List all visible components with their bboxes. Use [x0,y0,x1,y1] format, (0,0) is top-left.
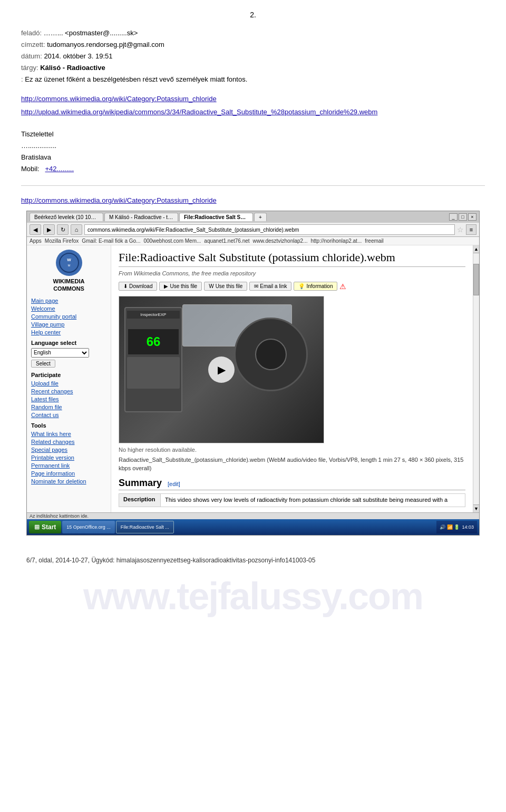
email-body: http://commons.wikimedia.org/wiki/Catego… [21,94,485,118]
link2[interactable]: http://upload.wikimedia.org/wikipedia/co… [21,107,485,118]
use-this-file-2-button[interactable]: W Use this file [204,282,247,291]
scrollbar-thumb[interactable] [473,264,479,295]
tray-icons: 🔊 📶 🔋 [440,524,460,530]
inner-circle [255,339,287,370]
wiki-logo-text: WIKIMEDIA COMMONS [53,278,85,292]
browser-tab-3[interactable]: File:Radioactive Salt Substit... × [179,213,253,221]
sidebar-item-main-page[interactable]: Main page [31,298,106,304]
sidebar-item-related-changes[interactable]: Related changes [31,439,106,445]
summary-title: Summary [edit] [119,478,465,490]
sig-name: Bratislava [21,152,485,163]
browser-status-bar: Az indításhoz kattintson ide. [27,512,479,519]
bookmark-desztviz[interactable]: www.desztvizhonlap2... [253,238,308,244]
wiki-page-title: File:Radioactive Salt Substitute (potass… [119,251,465,267]
description-box: Description This video shows very low le… [119,493,465,507]
greeting: Tisztelettel [21,128,485,140]
description-value: This video shows very low levels of radi… [161,493,465,507]
link3-label[interactable]: http://commons.wikimedia.org/wiki/Catego… [21,196,485,204]
date-label: dátum: [21,52,42,60]
menu-button[interactable]: ≡ [466,224,476,235]
wiki-action-bar: ⬇ Download ▶ Use this file W Use this fi… [119,282,465,291]
wiki-scrollbar[interactable]: ▲ ▼ [473,245,479,512]
home-button[interactable]: ⌂ [71,224,82,235]
taskbar: ⊞ Start 15 OpenOffice.org ... File:Radio… [27,519,479,535]
email-link-button[interactable]: ✉ Email a link [249,282,291,291]
taskbar-item-2[interactable]: File:Radioactive Salt ... [116,521,174,533]
file-description: Radioactive_Salt_Substitute_(potassium_c… [119,456,465,472]
sidebar-item-recent-changes[interactable]: Recent changes [31,388,106,394]
right-device [234,318,308,391]
bookmark-apps[interactable]: Apps [30,238,42,244]
from-label: feladó: [21,29,42,37]
sidebar-item-permanent-link[interactable]: Permanent link [31,462,106,469]
language-section-title: Language select [31,340,106,346]
information-button[interactable]: 💡 Information [294,282,337,291]
download-button[interactable]: ⬇ Download [119,282,157,291]
close-button[interactable]: × [468,213,476,221]
sidebar-item-contact-us[interactable]: Contact us [31,412,106,418]
svg-text:W: W [67,258,71,262]
edit-link[interactable]: [edit] [168,481,180,487]
address-bar[interactable] [84,224,455,235]
wiki-logo: W M WIKIMEDIA COMMONS [31,250,106,292]
note-value: Ez az üzenet főként a beszélgetésben rés… [25,75,247,83]
sidebar-item-random-file[interactable]: Random file [31,404,106,410]
minimize-button[interactable]: _ [449,213,458,221]
sidebar-item-upload-file[interactable]: Upload file [31,380,106,387]
use-file-icon-2: W [209,283,213,289]
email-signature: Tisztelettel …............... Bratislava… [21,128,485,175]
wikimedia-logo-icon: W M [56,250,82,276]
scroll-up-button[interactable]: ▲ [473,245,479,253]
browser-nav-bar: ◀ ▶ ↻ ⌂ ☆ ≡ [27,223,479,237]
sidebar-item-community-portal[interactable]: Community portal [31,313,106,320]
from-value: ……... <postmaster@.........sk> [44,29,138,37]
refresh-button[interactable]: ↻ [57,224,69,235]
use-this-file-1-button[interactable]: ▶ Use this file [159,282,202,291]
sidebar-item-nominate-for-deletion[interactable]: Nominate for deletion [31,478,106,484]
bookmark-freemail[interactable]: freemail [365,238,384,244]
doc-footer: 6/7, oldal, 2014-10-27, Ügykód: himalaja… [21,557,485,564]
sidebar-item-help-center[interactable]: Help center [31,329,106,335]
bookmark-aquanet[interactable]: aquanet1.net76.net [204,238,249,244]
sidebar-item-village-pump[interactable]: Village pump [31,321,106,328]
browser-screenshot: Beérkező levelek (10 103) - ... × M Káli… [26,211,480,535]
phone-link[interactable]: +42......... [45,165,74,173]
link1[interactable]: http://commons.wikimedia.org/wiki/Catego… [21,94,485,105]
bookmarks-bar: Apps Mozilla Firefox Gmail: E-mail fiók … [27,237,479,245]
bookmark-firefox[interactable]: Mozilla Firefox [45,238,79,244]
sidebar-item-special-pages[interactable]: Special pages [31,447,106,453]
video-thumbnail: InspectorEXP 66 ▶ [119,296,324,443]
note-label: : [21,75,23,83]
bookmark-gmail[interactable]: Gmail: E-mail fiók a Go... [82,238,140,244]
start-button[interactable]: ⊞ Start [29,521,61,533]
browser-tab-1[interactable]: Beérkező levelek (10 103) - ... × [30,213,103,221]
sidebar-item-welcome[interactable]: Welcome [31,305,106,312]
bookmark-star-icon[interactable]: ☆ [457,225,464,234]
sidebar-item-what-links-here[interactable]: What links here [31,431,106,437]
browser-tab-2[interactable]: M Kálisó - Radioactive - tudom... × [104,213,178,221]
forward-button[interactable]: ▶ [43,224,55,235]
browser-tab-4[interactable]: + [254,213,267,221]
download-icon: ⬇ [123,283,128,289]
date-value: 2014. október 3. 19:51 [44,52,112,60]
subject-label: tárgy: [21,64,38,72]
bookmark-000webhost[interactable]: 000webhost.com Mem... [143,238,201,244]
sidebar-item-page-information[interactable]: Page information [31,470,106,477]
back-button[interactable]: ◀ [30,224,41,235]
sidebar-item-latest-files[interactable]: Latest files [31,396,106,402]
wiki-sidebar: W M WIKIMEDIA COMMONS Main page Welcome … [27,245,111,512]
taskbar-item-1[interactable]: 15 OpenOffice.org ... [62,521,114,533]
play-button[interactable]: ▶ [208,357,235,383]
bookmark-norihonlap[interactable]: http://norihonlap2.at... [311,238,362,244]
language-select[interactable]: English [31,348,89,358]
participate-section-title: Participate [31,372,106,378]
select-button[interactable]: Select [31,360,55,368]
device-screen: 66 [128,329,179,354]
warning-icon: ⚠ [339,282,346,291]
wiki-video-container[interactable]: InspectorEXP 66 ▶ [119,296,324,443]
no-higher-res: No higher resolution available. [119,447,465,453]
page-number: 2. [21,11,485,19]
sidebar-item-printable-version[interactable]: Printable version [31,454,106,461]
scroll-down-button[interactable]: ▼ [473,504,479,512]
maximize-button[interactable]: □ [459,213,467,221]
